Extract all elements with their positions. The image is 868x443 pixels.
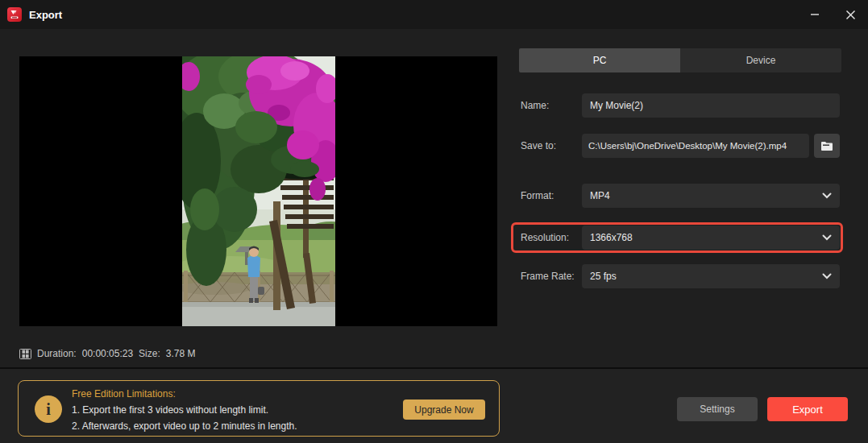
free-edition-notice: i Free Edition Limitations: 1. Export th… [18, 380, 500, 437]
save-to-input[interactable]: C:\Users\bj\OneDrive\Desktop\My Movie(2)… [582, 134, 809, 158]
filmstrip-icon [19, 349, 31, 359]
resolution-select[interactable]: 1366x768 [582, 226, 840, 250]
free-edition-line-2: 2. Afterwards, export video up to 2 minu… [72, 420, 297, 432]
frame-rate-value: 25 fps [590, 271, 617, 282]
name-value: My Movie(2) [590, 100, 643, 111]
tab-pc[interactable]: PC [519, 48, 680, 72]
window-title: Export [29, 9, 62, 21]
frame-rate-label: Frame Rate: [521, 264, 580, 288]
format-label: Format: [521, 184, 580, 208]
resolution-label: Resolution: [521, 226, 580, 250]
settings-button[interactable]: Settings [677, 397, 758, 421]
free-edition-title: Free Edition Limitations: [72, 388, 176, 400]
chevron-down-icon [822, 273, 832, 279]
export-button[interactable]: Export [767, 397, 848, 421]
video-preview-area [19, 56, 497, 326]
name-label: Name: [521, 93, 580, 118]
title-bar: Export [0, 0, 868, 29]
clip-meta-row: Duration: 00:00:05:23 Size: 3.78 M [19, 346, 195, 361]
format-select[interactable]: MP4 [582, 184, 840, 208]
chevron-down-icon [822, 193, 832, 199]
minimize-button[interactable] [797, 0, 833, 29]
upgrade-now-button[interactable]: Upgrade Now [403, 400, 485, 420]
size-label: Size: [139, 348, 160, 359]
browse-folder-button[interactable] [814, 134, 840, 158]
tab-device[interactable]: Device [680, 48, 841, 72]
bottom-bar: i Free Edition Limitations: 1. Export th… [0, 367, 868, 443]
free-edition-line-1: 1. Export the first 3 videos without len… [72, 404, 268, 416]
save-to-label: Save to: [521, 134, 580, 158]
frame-rate-select[interactable]: 25 fps [582, 264, 840, 288]
target-tabs: PC Device [519, 48, 841, 72]
duration-value: 00:00:05:23 [82, 348, 133, 359]
format-value: MP4 [590, 190, 610, 201]
size-value: 3.78 M [166, 348, 196, 359]
app-logo-icon [7, 7, 22, 22]
folder-icon [820, 141, 833, 151]
name-input[interactable]: My Movie(2) [582, 93, 840, 118]
chevron-down-icon [822, 234, 832, 241]
resolution-value: 1366x768 [590, 232, 633, 243]
video-preview-frame [182, 56, 335, 326]
export-dialog: Export [0, 0, 868, 443]
close-button[interactable] [833, 0, 868, 29]
save-to-value: C:\Users\bj\OneDrive\Desktop\My Movie(2)… [588, 141, 787, 151]
info-icon: i [35, 395, 62, 423]
duration-label: Duration: [37, 348, 77, 359]
